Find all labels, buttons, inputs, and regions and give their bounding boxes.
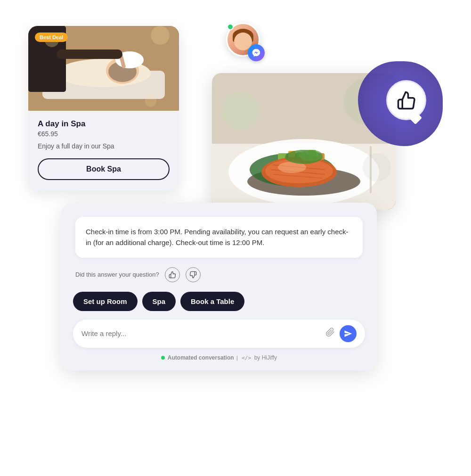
svg-rect-35 [370, 146, 372, 193]
chat-feedback: Did this answer your question? [75, 267, 363, 282]
book-spa-button[interactable]: Book Spa [38, 158, 170, 180]
thumbs-up-button[interactable] [165, 267, 180, 282]
chat-card: Check-in time is from 3:00 PM. Pending a… [61, 203, 377, 370]
spa-price: €65.95 [38, 130, 170, 138]
send-button[interactable] [340, 325, 357, 342]
spa-title: A day in Spa [38, 119, 170, 129]
quick-replies: Set up Room Spa Book a Table [73, 292, 365, 311]
svg-point-10 [151, 26, 170, 45]
best-deal-badge: Best Deal [35, 33, 68, 42]
chat-message-bubble: Check-in time is from 3:00 PM. Pending a… [75, 217, 363, 258]
chat-reply-input[interactable] [81, 329, 321, 337]
thumbs-up-icon [397, 90, 416, 110]
svg-point-34 [363, 153, 391, 181]
online-indicator [227, 24, 234, 30]
svg-point-31 [299, 150, 323, 161]
chat-message-text: Check-in time is from 3:00 PM. Pending a… [86, 228, 348, 246]
thumbs-down-button[interactable] [186, 267, 201, 282]
spa-card-image: Best Deal [28, 26, 179, 111]
svg-point-32 [221, 92, 259, 130]
messenger-icon [248, 44, 265, 61]
spa-button[interactable]: Spa [142, 292, 176, 311]
chat-footer: Automated conversation | </> by HiJiffy [61, 354, 377, 361]
set-up-room-button[interactable]: Set up Room [73, 292, 138, 311]
svg-point-11 [145, 96, 156, 107]
footer-online-dot [161, 356, 165, 360]
spa-description: Enjoy a full day in our Spa [38, 142, 170, 150]
spa-card: Best Deal A day in Spa €65.95 Enjoy a fu… [28, 26, 179, 190]
book-a-table-button[interactable]: Book a Table [180, 292, 244, 311]
chat-input-area [73, 320, 365, 348]
svg-rect-8 [57, 49, 122, 59]
attachment-icon[interactable] [325, 328, 335, 339]
feedback-label: Did this answer your question? [75, 271, 159, 278]
footer-text: Automated conversation | </> by HiJiffy [168, 354, 277, 361]
thumbs-up-bubble [386, 80, 426, 120]
avatar-container [226, 23, 260, 57]
spa-card-body: A day in Spa €65.95 Enjoy a full day in … [28, 111, 179, 190]
